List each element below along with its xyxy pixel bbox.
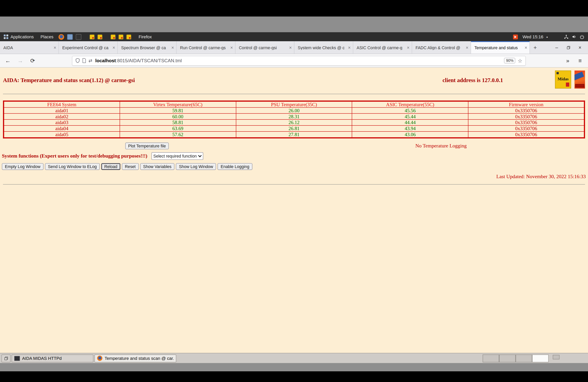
midas-launcher-icon[interactable] xyxy=(118,34,123,39)
plot-row: Plot Temperature file No Temperature Log… xyxy=(0,142,588,150)
firefox-icon xyxy=(97,356,103,361)
applications-icon xyxy=(3,34,9,40)
column-header: PSU Temperature(35C) xyxy=(236,101,352,107)
back-button[interactable]: ← xyxy=(3,56,13,65)
column-header: ASIC Temperature(55C) xyxy=(352,101,468,107)
letterbox-bottom xyxy=(0,371,588,382)
tab-close-icon[interactable]: × xyxy=(171,45,174,50)
function-buttons-row: Empty Log WindowSend Log Window to ELogR… xyxy=(2,163,252,170)
browser-tab[interactable]: FADC Align & Control @× xyxy=(412,41,471,54)
desktop-background-top xyxy=(0,17,588,32)
forward-button[interactable]: → xyxy=(15,56,25,65)
table-cell-value: 0x3350706 xyxy=(468,107,585,114)
tab-close-icon[interactable]: × xyxy=(54,45,56,50)
show-variables-button[interactable]: Show Variables xyxy=(140,163,175,170)
active-app-label: Firefox xyxy=(139,34,152,39)
workspace-cell[interactable] xyxy=(516,354,532,362)
show-windows-button[interactable] xyxy=(1,354,10,362)
url-text[interactable]: localhost:8015/AIDA/TSCAN/TSCAN.tml xyxy=(95,58,502,63)
places-menu-label: Places xyxy=(41,34,53,39)
browser-tab[interactable]: Spectrum Browser @ ca× xyxy=(118,41,177,54)
midas-launcher-icon[interactable] xyxy=(89,34,94,39)
terminal-icon xyxy=(14,356,20,361)
clock[interactable]: Wed 15:16 xyxy=(523,34,543,39)
tab-close-icon[interactable]: × xyxy=(525,45,527,50)
taskbar-item[interactable]: Temperature and status scan @ car... xyxy=(94,354,176,362)
horizontal-rule xyxy=(3,94,585,94)
browser-tab[interactable]: System wide Checks @ c× xyxy=(294,41,353,54)
window-controls: – × xyxy=(551,41,588,54)
shield-icon[interactable] xyxy=(75,58,80,63)
workspace-cell[interactable] xyxy=(483,354,499,362)
bookmark-star-icon[interactable]: ☆ xyxy=(518,58,522,64)
desktop-background-bottom xyxy=(0,363,588,371)
midas-launcher-icon[interactable] xyxy=(126,34,131,39)
zoom-level-badge[interactable]: 90% xyxy=(504,58,515,64)
tab-title: Control @ carme-gsi xyxy=(239,45,288,50)
fee64-system-name: aida04 xyxy=(3,126,120,131)
window-restore-button[interactable] xyxy=(563,41,574,54)
client-address: client address is 127.0.0.1 xyxy=(442,77,503,84)
reload-button[interactable]: Reload xyxy=(101,163,120,170)
empty-log-window-button[interactable]: Empty Log Window xyxy=(2,163,43,170)
show-log-window-button[interactable]: Show Log Window xyxy=(176,163,216,170)
enable-logging-button[interactable]: Enable Logging xyxy=(218,163,252,170)
window-minimize-button[interactable]: – xyxy=(551,41,563,54)
page-info-icon[interactable] xyxy=(82,58,86,63)
applications-menu[interactable]: Applications xyxy=(0,32,37,41)
window-close-button[interactable]: × xyxy=(574,41,586,54)
fee64-system-name: aida05 xyxy=(3,131,120,138)
table-cell-value: 26.81 xyxy=(236,126,352,131)
tab-title: Run Control @ carme-gs xyxy=(180,45,229,50)
midas-logo: Midas xyxy=(555,71,571,89)
taskbar-item[interactable]: AIDA MIDAS HTTPd xyxy=(12,354,93,362)
browser-navigation-bar: ← → ⟳ ⇄ localhost:8015/AIDA/TSCAN/TSCAN.… xyxy=(0,54,588,67)
plot-temperature-file-button[interactable]: Plot Temperature file xyxy=(125,143,169,149)
url-bar[interactable]: ⇄ localhost:8015/AIDA/TSCAN/TSCAN.tml 90… xyxy=(72,56,526,65)
new-tab-button[interactable]: + xyxy=(530,41,540,54)
send-log-window-to-elog-button[interactable]: Send Log Window to ELog xyxy=(45,163,100,170)
tab-close-icon[interactable]: × xyxy=(466,45,468,50)
screen: Applications Places Firefox Wed 15:16 ● xyxy=(0,0,588,382)
notification-icon[interactable] xyxy=(513,34,518,39)
overflow-menu-icon[interactable]: » xyxy=(563,56,573,65)
table-cell-value: 26.00 xyxy=(236,107,352,114)
midas-launcher-icon[interactable] xyxy=(97,34,102,39)
task-item-list: AIDA MIDAS HTTPdTemperature and status s… xyxy=(12,354,176,362)
tab-title: AIDA xyxy=(3,45,52,50)
tab-close-icon[interactable]: × xyxy=(348,45,351,50)
volume-icon[interactable] xyxy=(571,34,576,39)
browser-tab[interactable]: Experiment Control @ ca× xyxy=(59,41,118,54)
workspace-cell[interactable] xyxy=(499,354,516,362)
power-icon[interactable] xyxy=(579,34,584,39)
reset-button[interactable]: Reset xyxy=(122,163,139,170)
panel-status-area: Wed 15:16 ● xyxy=(513,34,588,39)
table-cell-value: 44.44 xyxy=(352,119,468,126)
table-cell-value: 0x3350706 xyxy=(468,113,585,119)
show-desktop-button[interactable] xyxy=(553,355,560,359)
tab-close-icon[interactable]: × xyxy=(113,45,115,50)
temperature-table: FEE64 SystemVirtex Temperature(65C)PSU T… xyxy=(3,101,585,138)
tab-close-icon[interactable]: × xyxy=(407,45,410,50)
browser-tab[interactable]: ASIC Control @ carme-g× xyxy=(353,41,412,54)
workspace-cell[interactable] xyxy=(532,354,549,362)
browser-tab[interactable]: Control @ carme-gsi× xyxy=(235,41,294,54)
table-cell-value: 59.81 xyxy=(120,107,236,114)
tab-close-icon[interactable]: × xyxy=(230,45,233,50)
browser-tab[interactable]: Run Control @ carme-gs× xyxy=(177,41,235,54)
network-icon[interactable] xyxy=(564,34,568,39)
reload-button[interactable]: ⟳ xyxy=(28,56,38,65)
system-functions-row: System functions (Expert users only for … xyxy=(2,152,203,160)
terminal-launcher-icon[interactable] xyxy=(76,34,81,40)
places-menu[interactable]: Places xyxy=(37,32,57,41)
browser-tab[interactable]: Temperature and status× xyxy=(471,41,530,54)
tab-close-icon[interactable]: × xyxy=(289,45,292,50)
firefox-launcher-icon[interactable] xyxy=(58,34,64,40)
tab-switch-icon: ⇄ xyxy=(88,58,92,63)
hamburger-menu-icon[interactable]: ≡ xyxy=(575,56,585,65)
browser-tab[interactable]: AIDA× xyxy=(0,41,59,54)
tab-title: Spectrum Browser @ ca xyxy=(121,45,170,50)
midas-launcher-icon[interactable] xyxy=(110,34,115,39)
function-select[interactable]: Select required function xyxy=(151,152,203,160)
files-launcher-icon[interactable] xyxy=(67,34,73,40)
